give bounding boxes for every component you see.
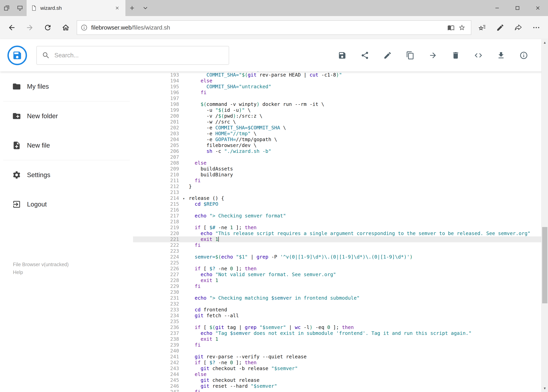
rename-button[interactable] <box>381 49 394 62</box>
code-line[interactable]: 216 <box>133 207 548 213</box>
delete-button[interactable] <box>449 49 462 62</box>
code-line[interactable]: 199 -u "$(id -u)" \ <box>133 107 548 113</box>
sidebar-item-my-files[interactable]: My files <box>0 72 133 101</box>
code-line[interactable]: 228 exit 1 <box>133 278 548 283</box>
code-line[interactable]: 203 -e HOME="//tmp" \ <box>133 131 548 137</box>
code-line[interactable]: 232 <box>133 301 548 307</box>
code-line[interactable]: 201 -w //src \ <box>133 119 548 125</box>
sidebar-item-new-file[interactable]: New file <box>0 131 133 160</box>
code-line[interactable]: 215 cd $REPO <box>133 201 548 207</box>
code-line[interactable]: 231 echo "> Checking matching $semver in… <box>133 295 548 301</box>
web-note-button[interactable] <box>491 19 509 37</box>
code-line[interactable]: 210 buildBinary <box>133 172 548 178</box>
help-link[interactable]: Help <box>13 268 133 276</box>
code-line[interactable]: 233 cd frontend <box>133 307 548 313</box>
scrollbar-thumb[interactable] <box>542 227 548 303</box>
scroll-down-arrow[interactable]: ▼ <box>541 385 548 392</box>
forward-button[interactable] <box>21 19 39 37</box>
code-line[interactable]: 218 <box>133 219 548 225</box>
raw-view-button[interactable] <box>472 49 485 62</box>
code-line[interactable]: 243 git checkout -b release "$semver" <box>133 366 548 371</box>
close-button[interactable] <box>528 0 548 16</box>
code-line[interactable]: 194 else <box>133 78 548 84</box>
maximize-button[interactable] <box>507 0 528 16</box>
code-line[interactable]: 247 fi <box>133 389 548 392</box>
save-button[interactable] <box>336 49 348 62</box>
code-line[interactable]: 234 git fetch --all <box>133 313 548 319</box>
code-line[interactable]: 196 fi <box>133 90 548 96</box>
code-line[interactable]: 227 echo "Not valid semver format. See s… <box>133 272 548 278</box>
code-line[interactable]: 198 $(command -v winpty) docker run --rm… <box>133 101 548 107</box>
code-line[interactable]: 212} <box>133 184 548 189</box>
move-button[interactable] <box>427 49 439 62</box>
code-line[interactable]: 221 exit 1 <box>133 236 548 242</box>
back-button[interactable] <box>3 19 21 37</box>
code-line[interactable]: 197 <box>133 96 548 101</box>
home-button[interactable] <box>57 19 75 37</box>
sidebar-item-settings[interactable]: Settings <box>0 160 133 190</box>
code-line[interactable]: 241 git rev-parse --verify --quiet relea… <box>133 354 548 360</box>
tabs-aside-button[interactable] <box>0 0 13 16</box>
search-input[interactable] <box>54 52 224 59</box>
code-line[interactable]: 224 semver=$(echo "$1" | grep -P '^v(0|[… <box>133 254 548 260</box>
code-line[interactable]: 200 -v /$(pwd):/src:z \ <box>133 113 548 119</box>
code-line[interactable]: 223 <box>133 248 548 254</box>
copy-button[interactable] <box>404 49 416 62</box>
favorite-star-button[interactable] <box>457 22 467 33</box>
minimize-button[interactable] <box>487 0 507 16</box>
code-line[interactable]: 202 -e COMMIT_SHA=$COMMIT_SHA \ <box>133 125 548 131</box>
code-line[interactable]: 244 else <box>133 371 548 377</box>
download-button[interactable] <box>495 49 507 62</box>
code-line-text: git checkout release <box>189 377 259 383</box>
code-line[interactable]: 195 COMMIT_SHA="untracked" <box>133 84 548 90</box>
info-button[interactable] <box>518 49 530 62</box>
new-tab-button[interactable] <box>125 0 139 16</box>
code-line[interactable]: 207 <box>133 154 548 160</box>
refresh-button[interactable] <box>39 19 57 37</box>
vertical-scrollbar[interactable]: ▲ ▼ <box>541 39 548 392</box>
site-info-icon[interactable] <box>81 24 88 31</box>
share-page-button[interactable] <box>509 19 527 37</box>
code-line[interactable]: 206 sh -c "./wizard.sh -b" <box>133 148 548 154</box>
code-line[interactable]: 217 echo "> Checking semver format" <box>133 213 548 219</box>
fold-marker-icon[interactable]: ▾ <box>183 196 185 201</box>
code-line[interactable]: 229 fi <box>133 283 548 289</box>
code-line[interactable]: 214▾release () { <box>133 195 548 201</box>
code-line[interactable]: 226 if [ $? -ne 0 ]; then <box>133 266 548 272</box>
code-line[interactable]: 237 echo "Tag $semver does not exist in … <box>133 330 548 336</box>
code-line[interactable]: 242 if [ $? -ne 0 ]; then <box>133 360 548 366</box>
code-editor[interactable]: 192 if [ "$(command -v git)" != "" ]; th… <box>133 71 548 392</box>
code-line[interactable]: 240 <box>133 348 548 354</box>
address-bar[interactable]: filebrowser.web/files/wizard.sh <box>77 20 471 35</box>
reading-view-button[interactable] <box>445 22 457 33</box>
code-line[interactable]: 193 COMMIT_SHA="$(git rev-parse HEAD | c… <box>133 72 548 78</box>
code-line[interactable]: 209 buildAssets <box>133 166 548 172</box>
code-line[interactable]: 208 else <box>133 160 548 166</box>
hub-favorites-button[interactable] <box>473 19 491 37</box>
code-line[interactable]: 239 fi <box>133 342 548 348</box>
code-line[interactable]: 246 git reset --hard "$semver" <box>133 383 548 389</box>
sidebar-item-logout[interactable]: Logout <box>0 190 133 219</box>
code-line[interactable]: 235 <box>133 319 548 324</box>
share-button[interactable] <box>359 49 371 62</box>
tab-preview-button[interactable] <box>13 0 27 16</box>
code-line[interactable]: 245 git checkout release <box>133 377 548 383</box>
tab-wizard-sh[interactable]: wizard.sh <box>27 0 125 16</box>
code-line[interactable]: 238 exit 1 <box>133 336 548 342</box>
code-line[interactable]: 225 <box>133 260 548 266</box>
code-line[interactable]: 236 if [ $(git tag | grep "$semver" | wc… <box>133 324 548 330</box>
code-line[interactable]: 213 <box>133 189 548 195</box>
tab-list-chevron-button[interactable] <box>139 0 152 16</box>
code-line[interactable]: 204 -e GOPATH=//tmp/gopath \ <box>133 137 548 142</box>
more-options-button[interactable] <box>527 19 545 37</box>
code-line[interactable]: 220 echo "This release script requires a… <box>133 231 548 236</box>
scroll-up-arrow[interactable]: ▲ <box>541 39 548 46</box>
code-line[interactable]: 219 if [ $# -ne 1 ]; then <box>133 225 548 231</box>
code-line[interactable]: 205 filebrowser/dev \ <box>133 142 548 148</box>
tab-close-icon[interactable] <box>113 4 121 12</box>
filebrowser-logo[interactable] <box>7 46 27 65</box>
code-line[interactable]: 222 fi <box>133 242 548 248</box>
sidebar-item-new-folder[interactable]: New folder <box>0 101 133 131</box>
code-line[interactable]: 230 <box>133 289 548 295</box>
code-line[interactable]: 211 fi <box>133 178 548 184</box>
